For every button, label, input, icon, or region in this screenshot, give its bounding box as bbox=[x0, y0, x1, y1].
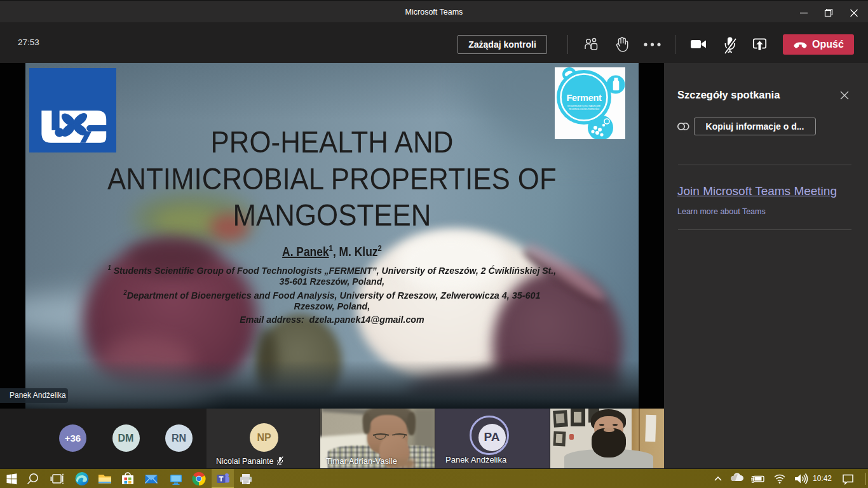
svg-text:TECHNOLOGÓW ŻYWNOŚCI: TECHNOLOGÓW ŻYWNOŚCI bbox=[569, 107, 599, 111]
svg-text:Ferment: Ferment bbox=[566, 93, 602, 103]
svg-text:STUDENCKIE KOŁO NAUKOWE: STUDENCKIE KOŁO NAUKOWE bbox=[567, 105, 601, 107]
